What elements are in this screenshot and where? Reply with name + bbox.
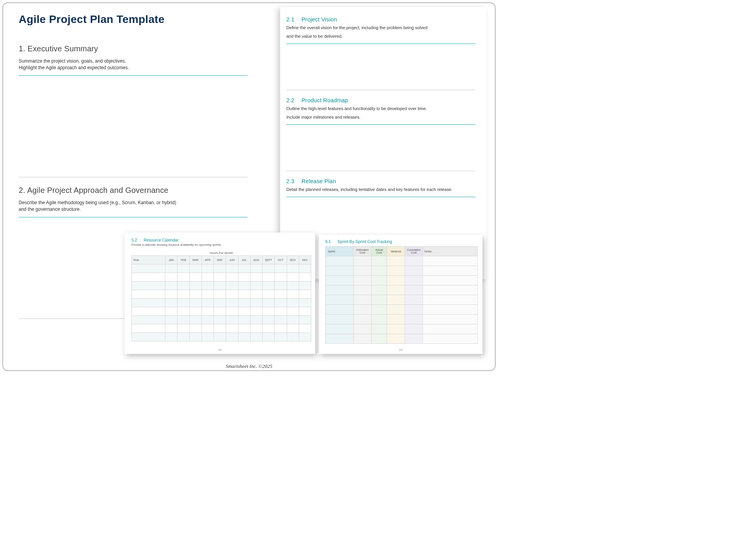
- section-executive-summary: 1. Executive Summary Summarize the proje…: [19, 44, 247, 76]
- table-row: [132, 281, 311, 290]
- cell-est: [354, 295, 372, 305]
- col-header-month: AUG: [250, 256, 262, 264]
- cell-hours: [263, 298, 275, 307]
- cell-role: [132, 307, 165, 315]
- cell-cum: [405, 315, 423, 324]
- subsection-title: Release Plan: [302, 178, 336, 184]
- cell-hours: [250, 273, 262, 281]
- cell-hours: [238, 273, 250, 281]
- col-header-month: MAR: [189, 256, 202, 264]
- cell-sprint: [326, 276, 354, 285]
- cell-act: [372, 256, 387, 266]
- cell-hours: [226, 290, 238, 298]
- cell-hours: [214, 264, 226, 273]
- subsection-number: 2.2: [286, 97, 295, 103]
- cell-hours: [287, 273, 299, 281]
- cell-hours: [189, 315, 202, 324]
- cell-hours: [238, 332, 250, 341]
- cell-hours: [299, 273, 311, 281]
- cell-est: [354, 334, 372, 344]
- page-resource-calendar: 5.2 Resource Calendar Provide a calendar…: [124, 233, 315, 354]
- cell-act: [372, 295, 387, 305]
- cell-sprint: [326, 324, 354, 334]
- cell-hours: [275, 298, 287, 307]
- cell-hours: [238, 281, 250, 290]
- section-desc-line: Summarize the project vision, goals, and…: [19, 58, 247, 65]
- section-desc-line: Highlight the Agile approach and expecte…: [19, 65, 247, 71]
- cell-hours: [263, 324, 275, 332]
- divider-teal: [19, 75, 247, 76]
- cell-hours: [189, 264, 202, 273]
- cell-notes: [423, 324, 478, 334]
- cell-act: [372, 285, 387, 295]
- cell-hours: [250, 281, 262, 290]
- col-header-month: JUN: [226, 256, 238, 264]
- page-number: 15: [399, 348, 403, 352]
- table-row: [326, 266, 478, 276]
- cell-hours: [165, 332, 177, 341]
- col-header-month: OCT: [275, 256, 287, 264]
- table-row: [326, 324, 478, 334]
- subsection-heading: 2.1 Project Vision: [286, 16, 475, 23]
- cell-hours: [263, 307, 275, 315]
- cell-hours: [177, 273, 189, 281]
- cell-hours: [287, 281, 299, 290]
- col-header-month: APR: [202, 256, 214, 264]
- cell-role: [132, 298, 165, 307]
- subsection-desc-line: Include major milestones and releases.: [286, 114, 475, 121]
- cell-hours: [263, 264, 275, 273]
- cell-cum: [405, 324, 423, 334]
- cell-hours: [250, 290, 262, 298]
- cell-hours: [287, 290, 299, 298]
- cell-hours: [287, 298, 299, 307]
- cell-act: [372, 276, 387, 285]
- col-header-month: FEB: [177, 256, 189, 264]
- col-header-cumulative-cost: Cumulative Cost: [405, 247, 423, 256]
- cell-notes: [423, 276, 478, 285]
- cell-hours: [202, 273, 214, 281]
- cell-hours: [165, 315, 177, 324]
- cell-hours: [250, 298, 262, 307]
- cell-hours: [226, 307, 238, 315]
- subsection-title: Resource Calendar: [144, 238, 179, 242]
- section-approach-governance: 2. Agile Project Approach and Governance…: [19, 186, 247, 217]
- cell-hours: [299, 298, 311, 307]
- cell-role: [132, 332, 165, 341]
- document-canvas: Agile Project Plan Template 1. Executive…: [2, 2, 496, 371]
- cell-sprint: [326, 285, 354, 295]
- cell-cum: [405, 276, 423, 285]
- cell-hours: [177, 324, 189, 332]
- cell-est: [354, 276, 372, 285]
- cost-tracking-table: Sprint Estimated Cost Actual Cost Varian…: [325, 246, 478, 344]
- cell-notes: [423, 315, 478, 324]
- resource-calendar-table: Role JAN FEB MAR APR MAY JUN JUL AUG SEP…: [132, 256, 311, 341]
- subsection-heading: 5.2 Resource Calendar: [132, 238, 311, 242]
- cell-hours: [275, 315, 287, 324]
- cell-hours: [189, 324, 202, 332]
- cell-hours: [275, 273, 287, 281]
- cell-hours: [287, 315, 299, 324]
- cell-hours: [275, 264, 287, 273]
- cell-hours: [226, 298, 238, 307]
- cell-hours: [250, 307, 262, 315]
- col-header-month: DEC: [299, 256, 311, 264]
- cell-notes: [423, 305, 478, 315]
- table-row: [326, 276, 478, 285]
- cell-act: [372, 305, 387, 315]
- cell-hours: [189, 307, 202, 315]
- cell-notes: [423, 295, 478, 305]
- cell-hours: [165, 264, 177, 273]
- subsection-number: 2.1: [286, 16, 295, 23]
- col-header-month: JAN: [165, 256, 177, 264]
- cell-hours: [165, 324, 177, 332]
- cell-hours: [177, 332, 189, 341]
- cell-hours: [287, 307, 299, 315]
- cell-act: [372, 315, 387, 324]
- cell-hours: [202, 290, 214, 298]
- cell-role: [132, 315, 165, 324]
- table-row: [326, 334, 478, 344]
- col-header-notes: Notes: [423, 247, 478, 256]
- cell-hours: [275, 332, 287, 341]
- cell-est: [354, 305, 372, 315]
- cell-hours: [177, 281, 189, 290]
